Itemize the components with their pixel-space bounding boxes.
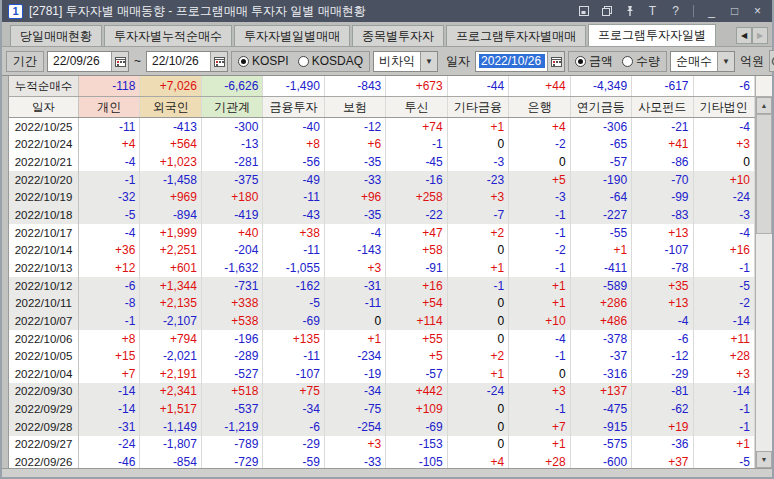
- value-cell: -731: [202, 277, 263, 295]
- table-row[interactable]: 2022/09/30-14+2,341+518+75-34+442-24+3+1…: [9, 383, 755, 401]
- chevron-down-icon[interactable]: ▼: [717, 52, 734, 71]
- value-cell: +180: [202, 189, 263, 207]
- value-cell: +35: [632, 277, 693, 295]
- value-cell: -55: [571, 224, 632, 242]
- value-cell: +338: [202, 294, 263, 312]
- scroll-up-button[interactable]: ▲: [756, 97, 772, 114]
- tab-investor-cumulative[interactable]: 투자자별누적순매수: [104, 25, 232, 46]
- value-cell: -1: [386, 136, 447, 154]
- summary-row: 누적순매수-118+7,026-6,626-1,490-843+673-44+4…: [9, 76, 755, 97]
- date-from-input[interactable]: 22/09/26: [47, 51, 129, 72]
- value-cell: +2: [448, 224, 509, 242]
- tab-next-button[interactable]: ▶: [752, 27, 768, 44]
- table-row[interactable]: 2022/09/29-14+1,517-537-34-75+1090-1-475…: [9, 400, 755, 418]
- radio-quantity[interactable]: 수량: [622, 53, 660, 70]
- value-cell: -589: [571, 277, 632, 295]
- value-cell: +38: [263, 224, 324, 242]
- value-cell: +54: [386, 294, 447, 312]
- scrollbar-track[interactable]: [756, 114, 772, 451]
- table-row[interactable]: 2022/10/13+12+601-1,632-1,055+3-91+1-1-4…: [9, 259, 755, 277]
- table-row[interactable]: 2022/10/18-5-894-419-43-35-22-7-1-227-83…: [9, 206, 755, 224]
- date-input[interactable]: 2022/10/26: [475, 51, 565, 72]
- value-cell: -14: [694, 312, 755, 330]
- date-to-calendar-button[interactable]: [210, 52, 227, 71]
- table-row[interactable]: 2022/10/14+36+2,251-204-11-143+580-2+1-1…: [9, 241, 755, 259]
- column-header: 금융투자: [263, 97, 324, 117]
- radio-kospi[interactable]: KOSPI: [238, 54, 289, 68]
- tab-stock-investor[interactable]: 종목별투자자: [352, 25, 444, 46]
- date-calendar-button[interactable]: [547, 52, 564, 71]
- left-splitter[interactable]: [2, 76, 9, 468]
- table-row[interactable]: 2022/10/25-11-413-300-40-12+74+1+4-306-2…: [9, 118, 755, 136]
- table-row[interactable]: 2022/09/28-31-1,149-1,219-6-254-690+7-91…: [9, 418, 755, 436]
- value-cell: +41: [632, 136, 693, 154]
- chevron-down-icon[interactable]: ▼: [420, 52, 437, 71]
- arrow-right-icon: ▶: [757, 31, 763, 40]
- tab-daily-trading[interactable]: 당일매매현황: [10, 25, 102, 46]
- table-row[interactable]: 2022/10/04+7+2,191-527-107-19-57+10-316-…: [9, 365, 755, 383]
- table-row[interactable]: 2022/10/05+15-2,021-289-11-234+5+2-1-37-…: [9, 347, 755, 365]
- value-cell: +564: [140, 136, 201, 154]
- pin-window-button[interactable]: [621, 3, 638, 20]
- value-cell: -2: [509, 241, 570, 259]
- grid-body: 2022/10/25-11-413-300-40-12+74+1+4-306-2…: [9, 118, 755, 468]
- table-row[interactable]: 2022/10/24+4+564-13+8+6-10-2-65+41+3: [9, 136, 755, 154]
- tab-prev-button[interactable]: ◀: [736, 27, 752, 44]
- value-cell: +601: [140, 259, 201, 277]
- table-row[interactable]: 2022/10/20-1-1,458-375-49-33-16-23+5-190…: [9, 171, 755, 189]
- value-cell: +1: [448, 259, 509, 277]
- tab-program-investor-daily[interactable]: 프로그램투자자일별: [588, 24, 716, 46]
- value-cell: -69: [263, 312, 324, 330]
- table-row[interactable]: 2022/10/21-4+1,023-281-56-35-45-30-57-86…: [9, 153, 755, 171]
- minimize-button[interactable]: _: [703, 3, 720, 20]
- metric-dropdown[interactable]: 순매수 ▼: [670, 51, 735, 72]
- value-cell: -12: [632, 347, 693, 365]
- value-cell: +1,999: [140, 224, 201, 242]
- table-row[interactable]: 2022/10/07-1-2,107+538-690+1140+10+486-4…: [9, 312, 755, 330]
- value-cell: -11: [79, 118, 140, 136]
- value-cell: +2,191: [140, 365, 201, 383]
- value-cell: +969: [140, 189, 201, 207]
- table-row[interactable]: 2022/10/12-6+1,344-731-162-31+16-1+1-589…: [9, 277, 755, 295]
- value-cell: -29: [632, 365, 693, 383]
- value-cell: -1: [79, 171, 140, 189]
- value-cell: -6: [79, 277, 140, 295]
- copy-window-button[interactable]: [598, 3, 615, 20]
- vertical-scrollbar[interactable]: ▲ ▼: [755, 76, 772, 468]
- horizontal-scrollbar[interactable]: [2, 468, 772, 477]
- value-cell: +3: [325, 436, 386, 454]
- scroll-down-button[interactable]: ▼: [756, 451, 772, 468]
- radio-kosdaq[interactable]: KOSDAQ: [298, 54, 363, 68]
- calendar-icon: [115, 56, 126, 67]
- refresh-button[interactable]: [769, 50, 774, 72]
- value-cell: -789: [202, 436, 263, 454]
- summary-label: 누적순매수: [9, 76, 79, 96]
- popup-window-button[interactable]: [575, 3, 592, 20]
- date-cell: 2022/10/21: [9, 153, 79, 171]
- tab-program-investor[interactable]: 프로그램투자자별매매: [446, 25, 586, 46]
- table-row[interactable]: 2022/09/27-24-1,807-789-29+3-1530+1-575-…: [9, 436, 755, 454]
- table-row[interactable]: 2022/10/17-4+1,999+40+38-4+47+2-1-55+13-…: [9, 224, 755, 242]
- date-from-calendar-button[interactable]: [111, 52, 128, 71]
- category-dropdown[interactable]: 비차익 ▼: [373, 51, 438, 72]
- value-cell: -413: [140, 118, 201, 136]
- value-cell: -1: [509, 259, 570, 277]
- help-button[interactable]: ?: [667, 3, 684, 20]
- tab-investor-daily[interactable]: 투자자별일별매매: [234, 25, 350, 46]
- close-button[interactable]: ×: [749, 3, 766, 20]
- value-cell: +4: [509, 118, 570, 136]
- radio-amount[interactable]: 금액: [575, 53, 613, 70]
- maximize-button[interactable]: □: [726, 3, 743, 20]
- column-header: 은행: [509, 97, 570, 117]
- value-cell: -57: [386, 365, 447, 383]
- value-cell: -289: [202, 347, 263, 365]
- table-row[interactable]: 2022/10/06+8+794-196+135+1+550-4-378-6+1…: [9, 330, 755, 348]
- value-cell: -81: [632, 383, 693, 401]
- value-cell: -14: [79, 400, 140, 418]
- date-to-input[interactable]: 22/10/26: [146, 51, 228, 72]
- scrollbar-thumb[interactable]: [756, 114, 772, 234]
- value-cell: -2,107: [140, 312, 201, 330]
- table-row[interactable]: 2022/10/11-8+2,135+338-5-11+540+1+286+13…: [9, 294, 755, 312]
- table-row[interactable]: 2022/10/19-32+969+180-11+96+258+3-3-64-9…: [9, 189, 755, 207]
- text-tool-button[interactable]: T: [644, 3, 661, 20]
